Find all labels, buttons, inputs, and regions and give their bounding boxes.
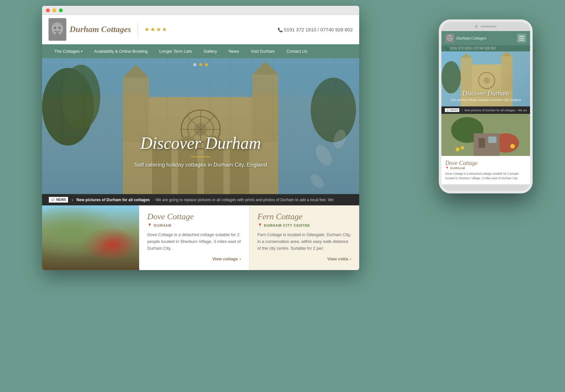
hero-subtitle: Self catering holiday cottages in Durham… bbox=[42, 162, 359, 168]
svg-point-44 bbox=[456, 147, 460, 151]
news-badge: 📰 NEWS bbox=[49, 197, 68, 203]
svg-rect-42 bbox=[479, 138, 485, 148]
hero-dot-1[interactable] bbox=[193, 63, 196, 66]
nav-contact-us[interactable]: Contact Us bbox=[281, 44, 313, 58]
logo-icon bbox=[49, 18, 66, 41]
hero-carousel-dots bbox=[193, 63, 208, 66]
mac-browser-window: Durham Cottages ★★★★ 0191 372 1810 / 077… bbox=[42, 6, 359, 270]
mac-titlebar bbox=[42, 6, 359, 15]
mobile-logo: Durham Cottages bbox=[445, 34, 486, 43]
dropdown-arrow-icon: ▾ bbox=[81, 49, 83, 53]
mobile-phone-bar: 📞 0191 372 1810 / 07740 928 802 bbox=[441, 45, 530, 51]
location-pin-icon: 📍 bbox=[258, 223, 263, 228]
dove-cottage-link[interactable]: View cottage › bbox=[147, 256, 241, 261]
svg-rect-31 bbox=[461, 58, 472, 90]
svg-point-2 bbox=[59, 27, 61, 29]
hero-overlay bbox=[42, 58, 359, 194]
mobile-location-pin-icon: 📍 bbox=[445, 167, 450, 170]
svg-point-26 bbox=[447, 35, 453, 41]
svg-point-1 bbox=[54, 27, 56, 29]
logo-divider bbox=[138, 23, 138, 36]
mobile-hero-title: Discover Durham bbox=[441, 90, 530, 97]
news-ticker: 📰 NEWS › New pictures of Durham for all … bbox=[42, 194, 359, 205]
hamburger-line bbox=[519, 36, 524, 37]
mobile-dove-cottage-card: Dove Cottage 📍 Durham Dove Cottage is a … bbox=[441, 156, 530, 184]
mobile-cottage-location: 📍 Durham bbox=[445, 167, 526, 170]
nav-availability[interactable]: Availability & Online Booking bbox=[88, 44, 153, 58]
news-text: - We are going to replace pictures in al… bbox=[153, 198, 334, 202]
dove-cottage-description: Dove Cottage is a detached cottage suita… bbox=[147, 232, 241, 252]
fern-cottage-card: Fern Cottage 📍 Durham City Centre Fern C… bbox=[249, 205, 360, 270]
mobile-news-badge: 📰 NEWS bbox=[445, 108, 460, 112]
cottage-image-background bbox=[42, 205, 139, 270]
mac-maximize-button[interactable] bbox=[59, 8, 63, 12]
mobile-phone-mockup: Durham Cottages 📞 0191 372 1810 / 07740 … bbox=[439, 19, 533, 193]
fern-cottage-name: Fern Cottage bbox=[258, 212, 351, 222]
fern-cottage-description: Fern Cottage is located in Gilesgate, Du… bbox=[258, 232, 351, 252]
svg-line-6 bbox=[61, 22, 63, 24]
mobile-hero-section: Discover Durham Self catering holiday co… bbox=[441, 51, 530, 106]
svg-point-27 bbox=[448, 37, 449, 38]
mobile-phone-icon: 📞 bbox=[445, 47, 450, 50]
mac-close-button[interactable] bbox=[46, 8, 50, 12]
mobile-cottage-name: Dove Cottage bbox=[445, 160, 526, 167]
svg-rect-43 bbox=[488, 136, 496, 143]
mobile-news-icon: 📰 bbox=[446, 109, 449, 112]
svg-point-37 bbox=[441, 61, 461, 93]
mobile-hero-subtitle: Self catering holiday cottages in Durham… bbox=[441, 98, 530, 102]
location-pin-icon: 📍 bbox=[147, 223, 152, 228]
news-icon: 📰 bbox=[51, 198, 55, 202]
svg-point-3 bbox=[55, 33, 59, 38]
svg-point-46 bbox=[510, 144, 515, 148]
mobile-site-header: Durham Cottages bbox=[441, 31, 530, 45]
site-name: Durham Cottages bbox=[70, 25, 131, 34]
news-headline: New pictures of Durham for all cottages bbox=[76, 198, 150, 202]
mobile-home-indicator bbox=[441, 184, 530, 191]
fern-cottage-location: 📍 Durham City Centre bbox=[258, 223, 351, 228]
chevron-right-icon: › bbox=[239, 256, 241, 261]
hero-content: Discover Durham Self catering holiday co… bbox=[42, 134, 359, 168]
dove-cottage-card: Dove Cottage 📍 Durham Dove Cottage is a … bbox=[139, 205, 249, 270]
star-rating: ★★★★ bbox=[144, 26, 168, 33]
svg-rect-32 bbox=[501, 56, 513, 90]
nav-news[interactable]: News bbox=[223, 44, 245, 58]
mobile-news-text: New pictures of Durham for all cottages … bbox=[464, 109, 527, 112]
mobile-news-ticker: 📰 NEWS › New pictures of Durham for all … bbox=[441, 106, 530, 114]
nav-longer-term[interactable]: Longer Term Lets bbox=[153, 44, 198, 58]
mac-minimize-button[interactable] bbox=[52, 8, 56, 12]
nav-visit-durham[interactable]: Visit Durham bbox=[245, 44, 281, 58]
hamburger-line bbox=[519, 40, 524, 40]
nav-gallery[interactable]: Gallery bbox=[198, 44, 223, 58]
svg-line-4 bbox=[51, 22, 53, 24]
site-logo: Durham Cottages ★★★★ bbox=[49, 18, 168, 41]
news-arrow-icon: › bbox=[72, 197, 73, 203]
hero-dot-2[interactable] bbox=[199, 63, 202, 66]
hamburger-line bbox=[519, 38, 524, 38]
mobile-logo-text: Durham Cottages bbox=[456, 36, 486, 41]
phone-number: 0191 372 1810 / 07740 928 802 bbox=[278, 27, 353, 32]
chevron-right-icon: › bbox=[350, 256, 351, 261]
mobile-cottage-description: Dove Cottage is a detached cottage suita… bbox=[445, 172, 526, 180]
hero-section: Discover Durham Self catering holiday co… bbox=[42, 58, 359, 194]
mobile-hero-content: Discover Durham Self catering holiday co… bbox=[441, 90, 530, 102]
hero-title-divider bbox=[191, 157, 210, 157]
speaker-bar bbox=[481, 26, 497, 27]
hero-dot-3[interactable] bbox=[205, 63, 208, 66]
mobile-logo-icon bbox=[445, 34, 454, 43]
mobile-speaker bbox=[441, 22, 530, 31]
main-navigation: The Cottages ▾ Availability & Online Boo… bbox=[42, 44, 359, 58]
cottages-section: Dove Cottage 📍 Durham Dove Cottage is a … bbox=[42, 205, 359, 270]
dove-cottage-location: 📍 Durham bbox=[147, 223, 241, 228]
dove-cottage-name: Dove Cottage bbox=[147, 212, 241, 222]
svg-point-36 bbox=[483, 77, 490, 84]
svg-point-28 bbox=[450, 37, 452, 38]
mobile-screen: Durham Cottages 📞 0191 372 1810 / 07740 … bbox=[441, 31, 530, 184]
svg-point-45 bbox=[461, 146, 464, 149]
cottage-garden-image bbox=[42, 205, 139, 270]
nav-the-cottages[interactable]: The Cottages ▾ bbox=[49, 44, 88, 58]
fern-cottage-link[interactable]: View cotta › bbox=[258, 256, 351, 261]
hero-title: Discover Durham bbox=[42, 134, 359, 153]
hamburger-menu-button[interactable] bbox=[517, 34, 526, 43]
mobile-cottage-image bbox=[441, 114, 530, 156]
camera-icon bbox=[475, 25, 478, 28]
